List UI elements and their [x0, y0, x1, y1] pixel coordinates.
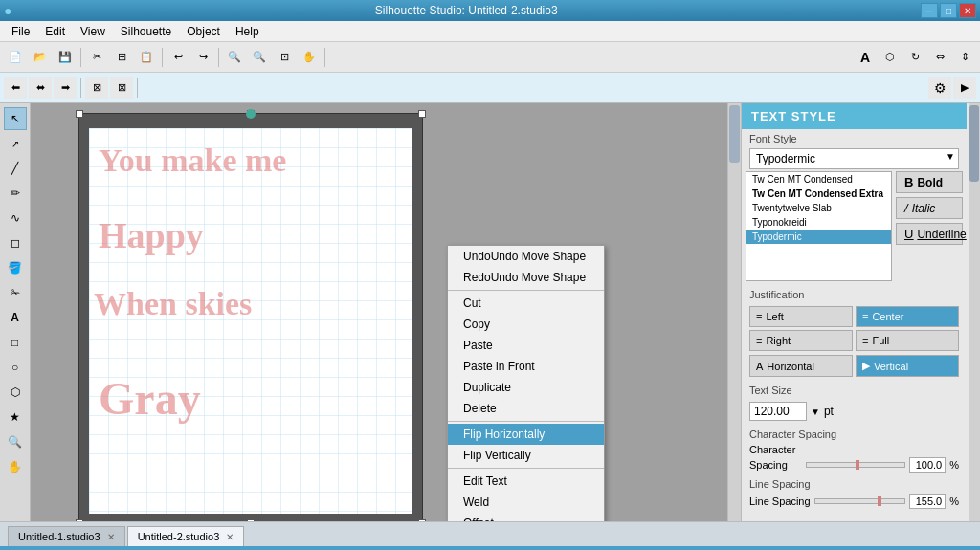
- just-right-btn[interactable]: ≡ Right: [749, 330, 853, 351]
- font-dropdown-icon[interactable]: ▼: [946, 151, 955, 162]
- ctx-paste[interactable]: Paste: [448, 335, 604, 356]
- shape-tool[interactable]: □: [4, 331, 27, 354]
- eraser-tool[interactable]: ◻: [4, 231, 27, 254]
- font-item-4[interactable]: Typodermic: [746, 230, 891, 244]
- cut-button[interactable]: ✂: [85, 46, 108, 69]
- font-name-input[interactable]: [749, 148, 959, 169]
- size-dropdown-icon[interactable]: ▼: [811, 407, 820, 417]
- zoom-in-button[interactable]: 🔍: [223, 46, 246, 69]
- settings-btn[interactable]: ⚙: [928, 77, 951, 99]
- line-spacing-slider-track[interactable]: [814, 498, 906, 504]
- pen-tool[interactable]: ✏: [4, 182, 27, 205]
- direct-select-tool[interactable]: ↗: [4, 132, 27, 155]
- menu-file[interactable]: File: [4, 23, 37, 40]
- zoom-tool[interactable]: 🔍: [4, 430, 27, 453]
- zoom-fit-button[interactable]: ⊡: [273, 46, 296, 69]
- ctx-offset[interactable]: Offset: [448, 513, 604, 521]
- open-button[interactable]: 📂: [29, 46, 52, 69]
- canvas-area[interactable]: You make me Happy When skies Gray UndoUn…: [31, 103, 741, 521]
- text-tool-btn[interactable]: A: [854, 46, 877, 69]
- paste-button[interactable]: 📋: [135, 46, 158, 69]
- maximize-button[interactable]: □: [940, 3, 957, 18]
- sel-handle-tl[interactable]: [76, 110, 83, 118]
- text-tool[interactable]: A: [4, 306, 27, 329]
- tab-1[interactable]: Untitled-2.studio3 ✕: [127, 526, 245, 546]
- sel-handle-tr[interactable]: [418, 110, 426, 118]
- font-item-2[interactable]: Twentytwelve Slab: [746, 201, 891, 215]
- ctx-weld[interactable]: Weld: [448, 492, 604, 513]
- just-center-btn[interactable]: ≡ Center: [856, 306, 959, 327]
- canvas-scroll-v[interactable]: [727, 103, 741, 521]
- copy-button[interactable]: ⊞: [110, 46, 133, 69]
- line-tool[interactable]: ╱: [4, 157, 27, 180]
- underline-button[interactable]: U Underline: [896, 223, 963, 245]
- rotate-tool-btn[interactable]: ↻: [903, 46, 926, 69]
- menu-silhouette[interactable]: Silhouette: [113, 23, 179, 40]
- bezier-tool[interactable]: ∿: [4, 207, 27, 230]
- char-spacing-slider-track[interactable]: [806, 462, 905, 468]
- panel-scroll-thumb[interactable]: [969, 105, 979, 182]
- just-full-btn[interactable]: ≡ Full: [856, 330, 959, 351]
- mirror-v-btn[interactable]: ⇕: [953, 46, 976, 69]
- vertical-btn[interactable]: ▶ Vertical: [856, 355, 959, 377]
- font-item-0[interactable]: Tw Cen MT Condensed: [746, 172, 891, 187]
- send-btn[interactable]: ▶: [953, 77, 976, 99]
- ctx-redo[interactable]: RedoUndo Move Shape: [448, 267, 604, 288]
- zoom-out-button[interactable]: 🔍: [248, 46, 271, 69]
- sel-handle-br[interactable]: [418, 519, 426, 521]
- ctx-flip-v[interactable]: Flip Vertically: [448, 445, 604, 466]
- char-spacing-value[interactable]: [909, 457, 946, 473]
- horizontal-btn[interactable]: A Horizontal: [749, 355, 853, 377]
- star-tool[interactable]: ★: [4, 406, 27, 429]
- close-button[interactable]: ✕: [959, 3, 976, 18]
- align-center-btn[interactable]: ⬌: [29, 77, 52, 99]
- hand-tool[interactable]: ✋: [4, 455, 27, 478]
- menu-object[interactable]: Object: [179, 23, 228, 40]
- italic-button[interactable]: / Italic: [896, 197, 963, 219]
- distribute-h-btn[interactable]: ⊠: [85, 77, 108, 99]
- tab-0[interactable]: Untitled-1.studio3 ✕: [8, 526, 125, 546]
- menu-edit[interactable]: Edit: [37, 23, 73, 40]
- scroll-thumb-v[interactable]: [729, 105, 740, 163]
- ctx-flip-h[interactable]: Flip Horizontally: [448, 424, 604, 445]
- font-item-1[interactable]: Tw Cen MT Condensed Extra: [746, 187, 891, 201]
- mirror-h-btn[interactable]: ⇔: [928, 46, 951, 69]
- redo-button[interactable]: ↪: [191, 46, 214, 69]
- paint-bucket[interactable]: 🪣: [4, 256, 27, 279]
- ctx-undo[interactable]: UndoUndo Move Shape: [448, 246, 604, 267]
- distribute-v-btn[interactable]: ⊠: [110, 77, 133, 99]
- font-list[interactable]: Tw Cen MT Condensed Tw Cen MT Condensed …: [746, 171, 892, 281]
- node-tool-btn[interactable]: ⬡: [879, 46, 902, 69]
- circle-tool[interactable]: ○: [4, 356, 27, 379]
- ctx-duplicate[interactable]: Duplicate: [448, 377, 604, 398]
- sel-handle-bl[interactable]: [76, 519, 83, 521]
- sel-handle-bc[interactable]: [247, 519, 255, 521]
- ctx-copy[interactable]: Copy: [448, 314, 604, 335]
- align-right-btn[interactable]: ➡: [54, 77, 77, 99]
- font-item-3[interactable]: Typonokreidi: [746, 215, 891, 230]
- line-spacing-thumb[interactable]: [878, 496, 881, 506]
- minimize-button[interactable]: ─: [921, 3, 938, 18]
- just-left-btn[interactable]: ≡ Left: [749, 306, 853, 327]
- bold-button[interactable]: B Bold: [896, 171, 963, 193]
- menu-view[interactable]: View: [73, 23, 113, 40]
- ctx-delete[interactable]: Delete: [448, 398, 604, 419]
- char-spacing-thumb[interactable]: [856, 460, 859, 470]
- menu-help[interactable]: Help: [228, 23, 267, 40]
- line-spacing-value[interactable]: [909, 494, 946, 509]
- panel-scrollbar[interactable]: [969, 103, 980, 521]
- ctx-edit-text[interactable]: Edit Text: [448, 471, 604, 492]
- align-left-btn[interactable]: ⬅: [4, 77, 27, 99]
- tab-1-close[interactable]: ✕: [226, 532, 234, 542]
- tab-0-close[interactable]: ✕: [107, 532, 115, 542]
- knife-tool[interactable]: ✁: [4, 281, 27, 304]
- text-size-input[interactable]: [749, 402, 807, 421]
- polygon-tool[interactable]: ⬡: [4, 381, 27, 404]
- undo-button[interactable]: ↩: [167, 46, 189, 69]
- ctx-paste-front[interactable]: Paste in Front: [448, 356, 604, 377]
- new-button[interactable]: 📄: [4, 46, 27, 69]
- ctx-cut[interactable]: Cut: [448, 293, 604, 314]
- pan-button[interactable]: ✋: [298, 46, 321, 69]
- save-button[interactable]: 💾: [54, 46, 77, 69]
- select-tool[interactable]: ↖: [4, 107, 27, 130]
